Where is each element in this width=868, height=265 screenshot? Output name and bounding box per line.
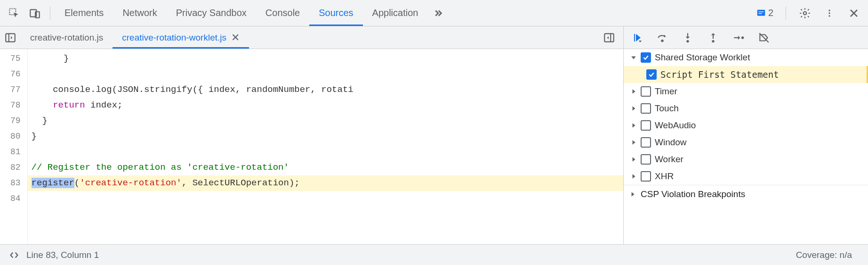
breakpoint-group-shared-storage[interactable]: Shared Storage Worklet [624, 49, 868, 66]
line-number[interactable]: 82 [10, 160, 21, 175]
panel-label: CSP Violation Breakpoints [641, 189, 745, 199]
debugger-side-panel: Shared Storage Worklet Script First Stat… [623, 49, 868, 244]
svg-point-16 [686, 40, 689, 42]
issues-badge[interactable]: 2 [752, 8, 777, 18]
line-number[interactable]: 78 [10, 98, 21, 113]
step-out-icon[interactable] [705, 29, 722, 46]
breakpoint-group-label: Shared Storage Worklet [655, 52, 750, 63]
disclosure-right-icon [630, 105, 637, 112]
line-number[interactable]: 79 [10, 113, 21, 129]
line-number[interactable]: 75 [10, 51, 21, 66]
tab-elements[interactable]: Elements [55, 0, 113, 26]
line-number[interactable]: 84 [10, 191, 21, 207]
disclosure-right-icon [630, 173, 637, 180]
coverage-status: Coverage: n/a [796, 250, 861, 260]
code-line[interactable]: console.log(JSON.stringify({ index, rand… [28, 82, 623, 98]
disclosure-right-icon [630, 88, 637, 95]
disclosure-right-icon [630, 139, 637, 146]
breakpoint-group[interactable]: Touch [624, 100, 868, 117]
separator [786, 7, 786, 20]
svg-point-20 [741, 36, 744, 39]
code-line[interactable]: // Register the operation as 'creative-r… [28, 160, 623, 175]
close-tab-icon[interactable]: ✕ [231, 33, 240, 43]
debugger-controls [623, 26, 868, 49]
close-icon[interactable] [844, 3, 864, 24]
tab-privacy-sandbox[interactable]: Privacy Sandbox [167, 0, 256, 26]
more-tabs-icon[interactable] [427, 3, 448, 24]
line-number[interactable]: 83 [10, 175, 21, 191]
svg-rect-3 [757, 9, 765, 16]
step-icon[interactable] [730, 29, 747, 46]
checkbox-unchecked[interactable] [641, 103, 651, 114]
code-line[interactable]: register('creative-rotation', SelectURLO… [28, 175, 623, 191]
breakpoint-group-label: Window [655, 137, 687, 148]
svg-point-9 [828, 15, 830, 17]
svg-point-14 [661, 39, 663, 41]
step-into-icon[interactable] [679, 29, 696, 46]
separator [50, 7, 50, 20]
code-line[interactable]: } [28, 129, 623, 144]
debugger-toggle-icon[interactable] [599, 27, 619, 48]
svg-point-18 [712, 40, 714, 42]
breakpoint-group-label: XHR [655, 171, 674, 182]
line-number[interactable]: 77 [10, 82, 21, 98]
inspect-element-icon[interactable] [4, 3, 24, 24]
checkbox-unchecked[interactable] [641, 154, 651, 165]
file-tab-label: creative-rotation-worklet.js [122, 33, 226, 43]
breakpoint-group[interactable]: Timer [624, 83, 868, 100]
disclosure-right-icon [629, 191, 636, 198]
breakpoint-group-label: Touch [655, 103, 679, 114]
code-content[interactable]: } console.log(JSON.stringify({ index, ra… [28, 49, 623, 244]
file-tab-creative-rotation-worklet[interactable]: creative-rotation-worklet.js ✕ [113, 26, 249, 49]
tab-application[interactable]: Application [363, 0, 428, 26]
tab-console[interactable]: Console [256, 0, 309, 26]
line-number[interactable]: 80 [10, 129, 21, 144]
checkbox-unchecked[interactable] [641, 120, 651, 131]
format-icon[interactable] [7, 248, 22, 263]
disclosure-right-icon [630, 122, 637, 129]
settings-icon[interactable] [795, 3, 815, 24]
sources-toolbar-row: creative-rotation.js creative-rotation-w… [0, 26, 868, 49]
main-content: 75767778798081828384 } console.log(JSON.… [0, 49, 868, 244]
svg-point-8 [828, 12, 830, 14]
code-line[interactable]: } [28, 51, 623, 66]
device-toolbar-icon[interactable] [24, 3, 45, 24]
panel-csp-violations[interactable]: CSP Violation Breakpoints [624, 185, 868, 203]
status-bar: Line 83, Column 1 Coverage: n/a [0, 244, 868, 265]
resume-icon[interactable] [628, 29, 645, 46]
breakpoint-item-script-first[interactable]: Script First Statement [624, 66, 868, 83]
breakpoint-group[interactable]: WebAudio [624, 117, 868, 134]
checkbox-unchecked[interactable] [641, 171, 651, 182]
file-tab-creative-rotation[interactable]: creative-rotation.js [21, 26, 113, 49]
breakpoint-group-label: WebAudio [655, 120, 696, 131]
code-line[interactable] [28, 144, 623, 160]
breakpoint-group[interactable]: Window [624, 134, 868, 151]
line-number[interactable]: 76 [10, 66, 21, 82]
line-number[interactable]: 81 [10, 144, 21, 160]
breakpoint-group[interactable]: Worker [624, 151, 868, 168]
svg-point-7 [828, 9, 830, 11]
svg-rect-12 [604, 33, 614, 41]
tab-network[interactable]: Network [113, 0, 166, 26]
svg-point-6 [804, 11, 807, 15]
checkbox-checked[interactable] [641, 52, 651, 63]
breakpoint-group[interactable]: XHR [624, 168, 868, 185]
code-line[interactable] [28, 191, 623, 207]
checkbox-checked[interactable] [646, 69, 657, 80]
kebab-menu-icon[interactable] [819, 3, 840, 24]
code-line[interactable]: return index; [28, 98, 623, 113]
issues-count: 2 [768, 8, 773, 18]
code-editor[interactable]: 75767778798081828384 } console.log(JSON.… [0, 49, 623, 244]
checkbox-unchecked[interactable] [641, 137, 651, 148]
checkbox-unchecked[interactable] [641, 86, 651, 97]
deactivate-breakpoints-icon[interactable] [755, 29, 772, 46]
tab-sources[interactable]: Sources [309, 0, 362, 26]
svg-rect-4 [758, 11, 764, 12]
navigator-toggle-icon[interactable] [0, 27, 21, 48]
code-line[interactable] [28, 66, 623, 82]
devtools-top-toolbar: Elements Network Privacy Sandbox Console… [0, 0, 868, 26]
code-line[interactable]: } [28, 113, 623, 129]
disclosure-right-icon [630, 156, 637, 163]
step-over-icon[interactable] [654, 29, 671, 46]
cursor-position: Line 83, Column 1 [26, 250, 99, 260]
